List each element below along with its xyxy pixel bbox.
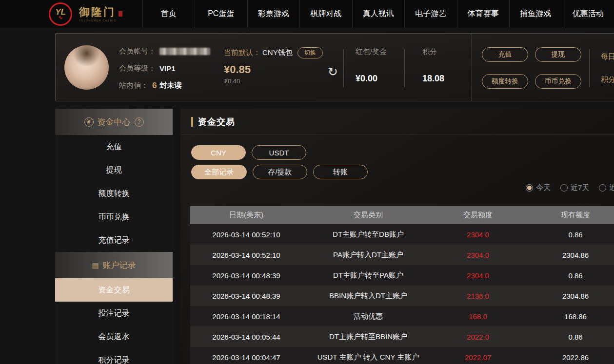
nav-item[interactable]: 棋牌对战: [299, 0, 352, 28]
points-value: 18.08: [422, 74, 444, 84]
cell-amount: 2304.0: [434, 224, 522, 245]
wallet-action-button[interactable]: 提现: [535, 47, 581, 62]
inbox-label: 站内信：: [119, 81, 148, 90]
cell-date: 2026-03-14 00:48:39: [190, 265, 302, 286]
wallet-default-label: 当前默认：: [224, 48, 260, 57]
inbox-unread-suffix: 封未读: [159, 81, 181, 90]
col-header-date: 日期(美东): [190, 206, 302, 224]
cell-balance: 0.86: [522, 326, 614, 347]
sidebar-item[interactable]: 会员返水: [55, 325, 173, 348]
cell-date: 2026-03-14 00:05:44: [190, 326, 302, 347]
cell-date: 2026-03-14 00:18:14: [190, 306, 302, 326]
sidebar-item[interactable]: 币币兑换: [55, 205, 173, 229]
sidebar-section-funds-title: 资金中心: [98, 116, 131, 128]
col-header-amount: 交易额度: [434, 206, 522, 224]
level-label: 会员等级：: [119, 64, 156, 73]
date-range-radio[interactable]: 近30天: [599, 183, 614, 192]
table-body: 2026-03-14 00:52:10 DT主账户转至DB账户 2304.0 0…: [190, 224, 614, 364]
cell-type: PA账户转入DT主账户: [302, 245, 434, 265]
brand-logo[interactable]: YL∿ 御隆门 YULONGMEN CASINO: [0, 0, 142, 28]
sidebar-records-items: 资金交易投注记录会员返水积分记录: [55, 278, 173, 364]
currency-tab[interactable]: CNY: [191, 145, 246, 160]
main-header: 资金交易: [180, 109, 614, 135]
main-content: 资金交易 CNYUSDT 全部记录存/提款转账 今天 近7天 近30天: [180, 109, 614, 364]
nav-item[interactable]: 彩票游戏: [247, 0, 300, 28]
radio-dot-icon: [560, 184, 568, 192]
bonus-label: 红包/奖金: [356, 47, 387, 57]
divider: [404, 49, 405, 87]
record-type-tab[interactable]: 存/提款: [253, 165, 307, 179]
wallet-switch-button[interactable]: 切换: [297, 47, 323, 58]
panel-separator: [472, 34, 472, 101]
daily-link[interactable]: 每日: [601, 52, 614, 61]
nav-item[interactable]: 优惠活动: [562, 0, 614, 28]
brand-name: 御隆门: [79, 6, 117, 18]
refresh-icon[interactable]: ↻: [328, 66, 338, 77]
wallet-action-button[interactable]: 币币兑换: [535, 74, 581, 89]
radio-dot-icon: [526, 184, 533, 192]
table-row: 2026-03-14 00:52:10 PA账户转入DT主账户 2304.0 2…: [190, 245, 614, 265]
table-header-row: 日期(美东) 交易类别 交易额度 现有额度: [190, 206, 614, 224]
sidebar-item[interactable]: 投注记录: [55, 302, 173, 325]
wallet-action-button[interactable]: 充值: [482, 47, 528, 62]
page-title: 资金交易: [198, 116, 235, 128]
wallet-balance-cny: ¥0.85: [224, 63, 323, 76]
nav-item[interactable]: 体育赛事: [457, 0, 510, 28]
sidebar-item[interactable]: 提现: [55, 158, 173, 182]
date-range-radio[interactable]: 今天: [526, 183, 551, 192]
wallet-balance-usdt: ₮0.40: [224, 77, 323, 85]
table-row: 2026-03-14 00:18:14 活动优惠 168.0 168.86: [190, 306, 614, 326]
cell-amount: 2304.0: [434, 265, 522, 286]
col-header-type: 交易类别: [302, 206, 434, 224]
cell-type: DT主账户转至PA账户: [302, 265, 434, 286]
sidebar-item[interactable]: 额度转换: [55, 182, 173, 205]
nav-item[interactable]: 真人视讯: [352, 0, 405, 28]
cell-balance: 2304.86: [522, 245, 614, 265]
record-type-tab[interactable]: 转账: [313, 165, 368, 179]
level-value: VIP1: [159, 64, 176, 73]
sidebar-item[interactable]: 积分记录: [55, 348, 173, 364]
wallet-action-button[interactable]: 额度转换: [482, 74, 528, 89]
cell-date: 2026-03-14 00:52:10: [190, 224, 302, 245]
nav-item[interactable]: 首页: [142, 0, 195, 28]
nav-item[interactable]: 捕鱼游戏: [509, 0, 562, 28]
cell-balance: 2304.86: [522, 286, 614, 306]
inbox-unread-count[interactable]: 6: [152, 81, 157, 91]
cell-balance: 0.86: [522, 265, 614, 286]
bonus-value: ¥0.00: [356, 74, 377, 84]
table-row: 2026-03-14 00:04:47 USDT 主账户 转入 CNY 主账户 …: [190, 347, 614, 364]
sidebar-section-records-header: ▤ 账户记录: [55, 252, 173, 278]
divider: [343, 49, 344, 87]
nav-menu: 首页PC蛋蛋彩票游戏棋牌对战真人视讯电子游艺体育赛事捕鱼游戏优惠活动: [142, 0, 614, 28]
cell-date: 2026-03-14 00:04:47: [190, 347, 302, 364]
daily-links: 每日积分: [601, 52, 614, 98]
sidebar-item[interactable]: 资金交易: [55, 278, 173, 302]
sidebar-item[interactable]: 充值记录: [55, 229, 173, 252]
date-range-radio[interactable]: 近7天: [560, 183, 589, 192]
avatar: [64, 45, 109, 90]
member-account-masked: [159, 48, 210, 55]
cell-type: BBIN账户转入DT主账户: [302, 286, 434, 306]
cell-amount: 2304.0: [434, 245, 522, 265]
account-label: 会员帐号：: [119, 47, 156, 56]
help-icon[interactable]: ?: [135, 117, 144, 127]
currency-tab[interactable]: USDT: [252, 145, 306, 160]
sidebar: ¥ 资金中心 ? 充值提现额度转换币币兑换充值记录 ▤ 账户记录 资金交易投注记…: [55, 109, 173, 364]
cell-amount: 2022.0: [434, 326, 522, 347]
sidebar-item[interactable]: 充值: [55, 135, 173, 158]
cell-amount: 168.0: [434, 306, 522, 326]
cell-type: DT主账户转至DB账户: [302, 224, 434, 245]
record-type-tab[interactable]: 全部记录: [191, 165, 247, 179]
daily-link[interactable]: 积分: [601, 75, 614, 84]
sidebar-funds-items: 充值提现额度转换币币兑换充值记录: [55, 135, 173, 252]
brand-red-seal: [119, 11, 122, 17]
nav-item[interactable]: PC蛋蛋: [195, 0, 247, 28]
table-row: 2026-03-14 00:48:39 DT主账户转至PA账户 2304.0 0…: [190, 265, 614, 286]
points-label: 积分: [422, 47, 437, 57]
title-accent-bar: [191, 117, 193, 127]
transactions-table: 日期(美东) 交易类别 交易额度 现有额度 2026-03-14 00:52:1…: [190, 206, 614, 364]
col-header-balance: 现有额度: [522, 206, 614, 224]
table-row: 2026-03-14 00:05:44 DT主账户转至BBIN账户 2022.0…: [190, 326, 614, 347]
sidebar-section-records-title: 账户记录: [103, 260, 136, 271]
nav-item[interactable]: 电子游艺: [404, 0, 457, 28]
